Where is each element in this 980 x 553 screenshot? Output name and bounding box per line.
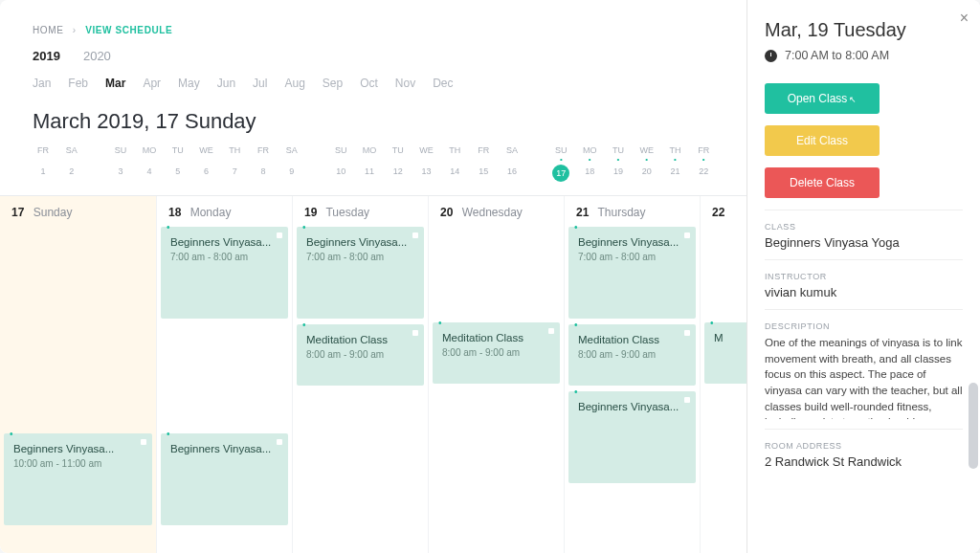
date-cell[interactable]: FR22: [689, 145, 718, 182]
address-value: 2 Randwick St Randwick: [765, 454, 963, 469]
event-card[interactable]: •Beginners Vinyasa...7:00 am - 8:00 am: [297, 227, 424, 319]
description-value: One of the meanings of vinyasa is to lin…: [765, 335, 963, 419]
event-card[interactable]: •Beginners Vinyasa...7:00 am - 8:00 am: [161, 227, 288, 319]
date-cell[interactable]: FR1: [29, 145, 57, 182]
date-cell[interactable]: WE6: [192, 145, 221, 182]
page-title: March 2019, 17 Sunday: [0, 109, 746, 145]
event-card[interactable]: •Meditation Class8:00 am - 9:00 am: [297, 324, 424, 386]
address-label: ROOM ADDRESS: [765, 441, 963, 451]
day-column: 19 Tuesday•Beginners Vinyasa...7:00 am -…: [293, 196, 429, 553]
date-cell[interactable]: TU12: [384, 145, 412, 182]
day-column: 17 Sunday•Beginners Vinyasa...10:00 am -…: [0, 196, 157, 553]
event-card[interactable]: •Beginners Vinyasa...7:00 am - 8:00 am: [568, 227, 696, 319]
event-card[interactable]: •Beginners Vinyasa...: [161, 433, 288, 525]
event-card[interactable]: •Meditation Class8:00 am - 9:00 am: [433, 322, 560, 384]
month-option[interactable]: Apr: [143, 77, 161, 90]
description-label: DESCRIPTION: [765, 321, 963, 331]
clock-icon: [765, 50, 777, 62]
open-class-button[interactable]: Open Class↖: [765, 83, 880, 114]
date-cell[interactable]: SU17: [546, 145, 575, 182]
instructor-label: INSTRUCTOR: [765, 272, 963, 281]
day-header: 17 Sunday: [0, 196, 156, 227]
month-option[interactable]: Jan: [33, 77, 51, 90]
date-cell[interactable]: WE20: [633, 145, 661, 182]
year-option[interactable]: 2019: [33, 49, 60, 63]
main-area: HOME › VIEW SCHEDULE 20192020 JanFebMarA…: [0, 0, 746, 553]
event-card[interactable]: •Beginners Vinyasa...10:00 am - 11:00 am: [4, 433, 152, 525]
day-header: 20 Wednesday: [429, 196, 564, 227]
detail-panel: × Mar, 19 Tuesday 7:00 AM to 8:00 AM Ope…: [746, 0, 980, 553]
panel-date: Mar, 19 Tuesday: [765, 19, 963, 41]
class-label: CLASS: [765, 222, 963, 232]
instructor-value: vivian kumuk: [765, 285, 963, 299]
date-cell[interactable]: TH14: [440, 145, 469, 182]
month-option[interactable]: Mar: [105, 77, 125, 90]
year-selector: 20192020: [0, 49, 746, 77]
date-cell[interactable]: FR15: [469, 145, 498, 182]
date-cell[interactable]: TU19: [604, 145, 633, 182]
day-column: 21 Thursday•Beginners Vinyasa...7:00 am …: [565, 196, 701, 553]
date-cell[interactable]: TH21: [661, 145, 690, 182]
date-cell[interactable]: WE13: [412, 145, 441, 182]
month-option[interactable]: Feb: [68, 77, 88, 90]
chevron-right-icon: ›: [73, 25, 77, 35]
event-card[interactable]: •Meditation Class8:00 am - 9:00 am: [568, 324, 696, 386]
month-option[interactable]: Nov: [395, 77, 415, 90]
event-card[interactable]: •M: [704, 322, 746, 384]
date-cell[interactable]: FR8: [249, 145, 278, 182]
date-cell[interactable]: TU5: [164, 145, 192, 182]
date-cell[interactable]: MO11: [355, 145, 384, 182]
cursor-icon: ↖: [849, 95, 857, 104]
scrollbar[interactable]: [969, 383, 978, 469]
breadcrumb: HOME › VIEW SCHEDULE: [0, 0, 746, 49]
date-strip: FR1SA2SU3MO4TU5WE6TH7FR8SA9SU10MO11TU12W…: [0, 145, 746, 195]
day-column: 22 •M: [701, 196, 746, 553]
month-selector: JanFebMarAprMayJunJulAugSepOctNovDec: [0, 77, 746, 109]
panel-time: 7:00 AM to 8:00 AM: [765, 49, 963, 62]
date-cell[interactable]: SU10: [326, 145, 355, 182]
close-icon[interactable]: ×: [960, 10, 969, 27]
day-header: 22: [701, 196, 746, 227]
event-card[interactable]: •Beginners Vinyasa...: [568, 391, 696, 483]
delete-class-button[interactable]: Delete Class: [765, 167, 880, 198]
month-option[interactable]: Sep: [323, 77, 343, 90]
day-column: 20 Wednesday•Meditation Class8:00 am - 9…: [429, 196, 565, 553]
edit-class-button[interactable]: Edit Class: [765, 125, 880, 156]
date-cell[interactable]: SA2: [57, 145, 86, 182]
date-cell[interactable]: MO4: [135, 145, 164, 182]
class-value: Beginners Vinyasa Yoga: [765, 235, 963, 250]
year-option[interactable]: 2020: [83, 49, 111, 63]
day-header: 18 Monday: [157, 196, 292, 227]
date-cell[interactable]: SA16: [498, 145, 526, 182]
month-option[interactable]: Jun: [217, 77, 235, 90]
breadcrumb-current[interactable]: VIEW SCHEDULE: [85, 25, 172, 35]
date-cell[interactable]: TH7: [220, 145, 249, 182]
month-option[interactable]: Aug: [284, 77, 304, 90]
date-cell[interactable]: SU3: [106, 145, 135, 182]
month-option[interactable]: Jul: [253, 77, 267, 90]
week-grid: 17 Sunday•Beginners Vinyasa...10:00 am -…: [0, 195, 746, 553]
date-cell[interactable]: SA9: [278, 145, 306, 182]
day-column: 18 Monday•Beginners Vinyasa...7:00 am - …: [157, 196, 293, 553]
day-header: 21 Thursday: [565, 196, 700, 227]
panel-time-text: 7:00 AM to 8:00 AM: [785, 49, 889, 62]
breadcrumb-home[interactable]: HOME: [33, 25, 63, 35]
day-header: 19 Tuesday: [293, 196, 428, 227]
date-cell[interactable]: MO18: [575, 145, 604, 182]
month-option[interactable]: Dec: [433, 77, 453, 90]
month-option[interactable]: Oct: [360, 77, 378, 90]
month-option[interactable]: May: [178, 77, 200, 90]
